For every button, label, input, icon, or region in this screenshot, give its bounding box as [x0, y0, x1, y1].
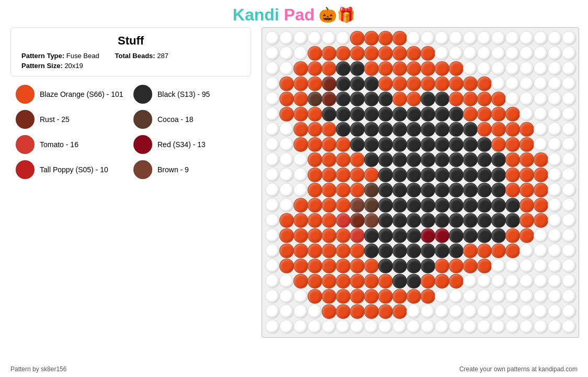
bead: [505, 107, 520, 121]
color-label: Tomato - 16: [40, 140, 78, 149]
bead: [378, 31, 393, 46]
bead: [308, 122, 322, 137]
bead: [562, 152, 576, 167]
bead: [293, 31, 308, 46]
bead: [505, 137, 520, 152]
bead: [477, 107, 492, 121]
bead: [449, 213, 463, 228]
bead: [336, 137, 350, 152]
bead: [350, 168, 365, 182]
bead: [562, 183, 576, 197]
bead: [534, 152, 548, 167]
bead: [350, 61, 365, 76]
bead: [279, 243, 294, 258]
bead: [308, 259, 322, 273]
bead: [435, 289, 449, 304]
bead: [548, 76, 562, 91]
bead: [491, 304, 506, 319]
bead: [392, 259, 407, 273]
bead: [491, 183, 506, 197]
bead: [421, 107, 435, 121]
bead: [406, 183, 421, 197]
bead: [322, 259, 336, 273]
bead: [308, 228, 322, 243]
bead: [449, 46, 463, 61]
bead: [308, 107, 322, 121]
bead: [562, 76, 576, 91]
bead: [378, 107, 393, 121]
bead: [505, 259, 520, 273]
bead: [336, 107, 350, 121]
bead: [477, 76, 492, 91]
bead: [279, 319, 294, 334]
bead: [293, 92, 308, 106]
bead: [463, 213, 478, 228]
bead: [548, 183, 562, 197]
bead: [505, 31, 520, 46]
bead: [519, 107, 534, 121]
bead: [293, 274, 308, 289]
bead: [477, 243, 492, 258]
bead: [435, 92, 449, 106]
bead: [279, 137, 294, 152]
bead: [548, 243, 562, 258]
right-panel: [262, 27, 579, 338]
bead: [265, 76, 280, 91]
bead: [279, 152, 294, 167]
bead: [435, 76, 449, 91]
bead: [505, 152, 520, 167]
bead: [364, 107, 379, 121]
bead: [406, 259, 421, 273]
bead: [463, 243, 478, 258]
pattern-type-label: Pattern Type:: [21, 52, 64, 60]
bead: [435, 304, 449, 319]
bead: [505, 92, 520, 106]
bead: [279, 31, 294, 46]
bead: [308, 92, 322, 106]
bead: [562, 122, 576, 137]
bead: [519, 228, 534, 243]
bead: [562, 92, 576, 106]
bead: [519, 152, 534, 167]
bead: [491, 122, 506, 137]
bead: [392, 76, 407, 91]
bead: [421, 152, 435, 167]
bead: [519, 61, 534, 76]
bead: [279, 107, 294, 121]
bead: [449, 243, 463, 258]
bead: [562, 31, 576, 46]
bead: [336, 61, 350, 76]
bead: [308, 46, 322, 61]
bead: [435, 46, 449, 61]
bead: [505, 61, 520, 76]
bead: [463, 92, 478, 106]
bead: [534, 243, 548, 258]
bead: [421, 31, 435, 46]
bead: [322, 243, 336, 258]
bead: [336, 152, 350, 167]
bead: [406, 243, 421, 258]
bead: [519, 243, 534, 258]
bead: [308, 213, 322, 228]
bead: [421, 137, 435, 152]
bead: [463, 319, 478, 334]
bead: [491, 168, 506, 182]
bead: [449, 107, 463, 121]
bead: [477, 168, 492, 182]
bead: [534, 168, 548, 182]
bead: [322, 168, 336, 182]
bead: [322, 122, 336, 137]
color-label: Cocoa - 18: [157, 115, 193, 124]
bead: [477, 31, 492, 46]
bead: [406, 31, 421, 46]
bead: [534, 31, 548, 46]
bead: [562, 107, 576, 121]
bead: [279, 122, 294, 137]
bead: [364, 61, 379, 76]
bead: [293, 213, 308, 228]
bead: [491, 92, 506, 106]
bead: [308, 152, 322, 167]
color-item: Brown - 9: [133, 160, 246, 179]
bead: [477, 289, 492, 304]
bead: [350, 183, 365, 197]
